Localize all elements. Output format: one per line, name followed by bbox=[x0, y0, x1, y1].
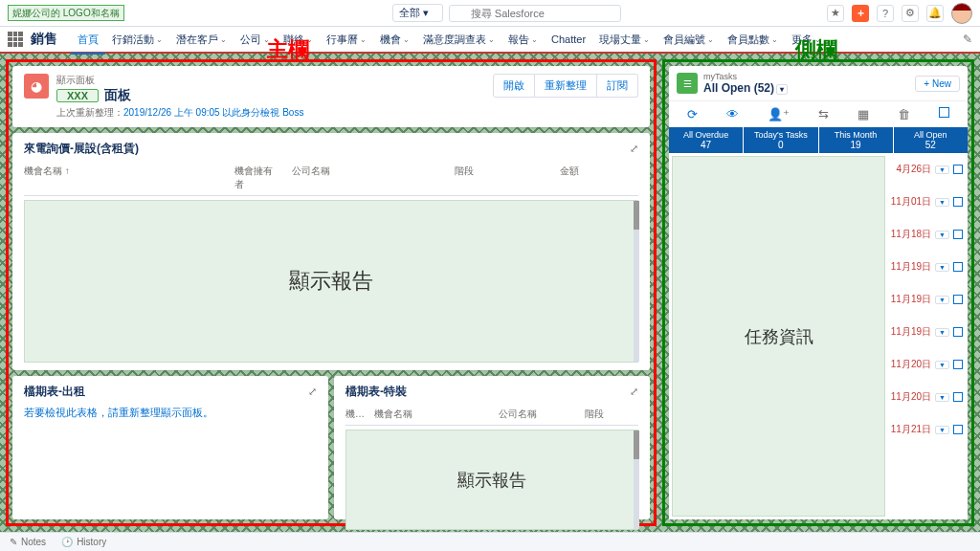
dashboard-action-button[interactable]: 訂閱 bbox=[597, 74, 638, 98]
task-row-menu[interactable]: ▼ bbox=[935, 393, 949, 402]
notes-utility[interactable]: ✎ Notes bbox=[10, 537, 46, 547]
task-checkbox[interactable] bbox=[953, 165, 963, 174]
column-header[interactable]: 金額 bbox=[560, 165, 598, 191]
report-refresh-message: 若要檢視此表格，請重新整理顯示面板。 bbox=[24, 406, 317, 420]
edit-nav-icon[interactable]: ✎ bbox=[963, 33, 972, 46]
search-input[interactable] bbox=[449, 5, 621, 22]
dashboard-icon: ◕ bbox=[24, 74, 49, 99]
task-checkbox[interactable] bbox=[953, 295, 963, 304]
dashboard-action-button[interactable]: 開啟 bbox=[493, 74, 535, 98]
global-add-button[interactable]: ＋ bbox=[852, 5, 869, 22]
help-icon[interactable]: ? bbox=[877, 5, 894, 22]
task-row[interactable]: 11月20日▼ bbox=[885, 381, 968, 413]
expand-icon[interactable]: ⤢ bbox=[308, 386, 317, 398]
task-info-placeholder: 任務資訊 bbox=[672, 156, 885, 517]
task-row-menu[interactable]: ▼ bbox=[935, 328, 949, 337]
task-checkbox[interactable] bbox=[953, 262, 963, 272]
eye-icon[interactable]: 👁 bbox=[726, 107, 739, 121]
notification-bell-icon[interactable]: 🔔 bbox=[926, 5, 944, 22]
column-header[interactable]: 公司名稱 bbox=[292, 165, 455, 191]
task-checkbox[interactable] bbox=[953, 230, 963, 239]
side-column: 側欄 ☰ myTasks All Open (52)▾ New ⟳ 👁 👤⁺ ⇆… bbox=[662, 59, 974, 526]
nav-tab[interactable]: 潛在客戶 ⌄ bbox=[169, 27, 234, 53]
select-all-checkbox[interactable] bbox=[939, 107, 949, 118]
favorite-icon[interactable]: ★ bbox=[827, 5, 844, 22]
task-checkbox[interactable] bbox=[953, 360, 963, 369]
task-row[interactable]: 11月01日▼ bbox=[885, 186, 968, 218]
setup-gear-icon[interactable]: ⚙ bbox=[902, 5, 919, 22]
column-header[interactable]: 階段 bbox=[455, 165, 560, 191]
new-task-button[interactable]: New bbox=[915, 76, 960, 92]
nav-tab[interactable]: 行銷活動 ⌄ bbox=[105, 27, 169, 53]
task-row-menu[interactable]: ▼ bbox=[935, 296, 949, 304]
tasks-listview[interactable]: All Open (52)▾ bbox=[703, 81, 915, 95]
dashboard-meta: 上次重新整理：2019/12/26 上午 09:05 以此身分檢視 Boss bbox=[56, 106, 493, 120]
refresh-icon[interactable]: ⟳ bbox=[687, 107, 698, 121]
report-title: 來電詢價-展設(含租賃) bbox=[24, 141, 139, 157]
dashboard-action-button[interactable]: 重新整理 bbox=[535, 74, 597, 98]
dashboard-refresh-link[interactable]: 2019/12/26 上午 09:05 以此身分檢視 Boss bbox=[123, 107, 303, 118]
history-utility[interactable]: 🕑 History bbox=[61, 537, 106, 547]
dashboard-header: ◕ 顯示面板 XXX 面板 上次重新整理：2019/12/26 上午 09:05… bbox=[12, 66, 650, 127]
nav-tab[interactable]: 現場丈量 ⌄ bbox=[592, 27, 657, 53]
expand-icon[interactable]: ⤢ bbox=[630, 386, 638, 398]
column-header[interactable]: 機… bbox=[345, 408, 374, 421]
tasks-header: ☰ myTasks All Open (52)▾ New bbox=[669, 66, 968, 100]
task-row-menu[interactable]: ▼ bbox=[935, 231, 949, 239]
tasks-toolbar: ⟳ 👁 👤⁺ ⇆ ▦ 🗑 bbox=[669, 100, 968, 127]
task-row[interactable]: 11月19日▼ bbox=[885, 251, 968, 283]
task-checkbox[interactable] bbox=[953, 327, 963, 337]
report-card-1: 來電詢價-展設(含租賃) ⤢ 機會名稱 ↑機會擁有者公司名稱階段金額 顯示報告 bbox=[12, 133, 650, 370]
task-row[interactable]: 11月18日▼ bbox=[885, 218, 968, 251]
column-header[interactable]: 公司名稱 bbox=[499, 408, 585, 421]
task-row-menu[interactable]: ▼ bbox=[935, 361, 949, 369]
dashboard-title-text: 面板 bbox=[104, 87, 131, 104]
chevron-down-icon: ▾ bbox=[423, 7, 429, 18]
chevron-down-icon: ⌄ bbox=[771, 35, 778, 44]
column-header[interactable]: 階段 bbox=[585, 408, 623, 421]
column-header[interactable]: 機會名稱 ↑ bbox=[24, 165, 234, 191]
report-title: 檔期表-特裝 bbox=[345, 384, 407, 400]
calendar-icon[interactable]: ▦ bbox=[858, 107, 869, 121]
main-column: 主欄 ◕ 顯示面板 XXX 面板 上次重新整理：2019/12/26 上午 09… bbox=[6, 59, 657, 526]
expand-icon[interactable]: ⤢ bbox=[630, 143, 638, 155]
task-row-menu[interactable]: ▼ bbox=[935, 426, 949, 434]
task-row[interactable]: 11月21日▼ bbox=[885, 413, 968, 446]
task-checkbox[interactable] bbox=[953, 392, 963, 402]
nav-tab[interactable]: 首頁 bbox=[71, 27, 105, 55]
task-row[interactable]: 11月20日▼ bbox=[885, 348, 968, 381]
search-scope-label: 全部 bbox=[399, 7, 420, 18]
task-row-menu[interactable]: ▼ bbox=[935, 198, 949, 207]
task-row-menu[interactable]: ▼ bbox=[935, 263, 949, 272]
nav-tab[interactable]: 行事曆 ⌄ bbox=[320, 27, 373, 53]
chevron-down-icon: ⌄ bbox=[707, 35, 714, 44]
column-header[interactable]: 機會名稱 bbox=[374, 408, 499, 421]
task-filter-tab[interactable]: Today's Tasks0 bbox=[744, 127, 818, 153]
task-filter-tab[interactable]: This Month19 bbox=[819, 127, 894, 153]
nav-tab[interactable]: 會員點數 ⌄ bbox=[721, 27, 785, 53]
nav-tab[interactable]: Chatter bbox=[545, 28, 592, 51]
delete-icon[interactable]: 🗑 bbox=[898, 107, 910, 121]
task-filter-tab[interactable]: All Open52 bbox=[894, 127, 968, 153]
nav-tab[interactable]: 報告 ⌄ bbox=[501, 27, 545, 53]
user-add-icon[interactable]: 👤⁺ bbox=[768, 107, 790, 121]
sync-icon[interactable]: ⇆ bbox=[818, 107, 829, 121]
app-launcher-icon[interactable] bbox=[8, 32, 23, 47]
task-row[interactable]: 4月26日▼ bbox=[885, 153, 968, 186]
task-row-menu[interactable]: ▼ bbox=[935, 165, 949, 174]
company-logo: 妮娜公司的 LOGO和名稱 bbox=[8, 5, 124, 21]
nav-tab[interactable]: 滿意度調查表 ⌄ bbox=[416, 27, 501, 53]
task-row[interactable]: 11月19日▼ bbox=[885, 283, 968, 316]
nav-tab[interactable]: 機會 ⌄ bbox=[373, 27, 416, 53]
chevron-down-icon: ⌄ bbox=[220, 35, 227, 44]
user-avatar[interactable] bbox=[951, 3, 972, 24]
nav-tab[interactable]: 會員編號 ⌄ bbox=[657, 27, 721, 53]
task-checkbox[interactable] bbox=[953, 197, 963, 207]
column-header[interactable]: 機會擁有者 bbox=[234, 165, 292, 191]
task-filter-tab[interactable]: All Overdue47 bbox=[669, 127, 744, 153]
search-scope-select[interactable]: 全部 ▾ bbox=[392, 4, 443, 22]
task-checkbox[interactable] bbox=[953, 425, 963, 434]
task-row[interactable]: 11月19日▼ bbox=[885, 316, 968, 348]
annotation-side: 側欄 bbox=[795, 35, 837, 64]
chevron-down-icon: ⌄ bbox=[488, 35, 495, 44]
